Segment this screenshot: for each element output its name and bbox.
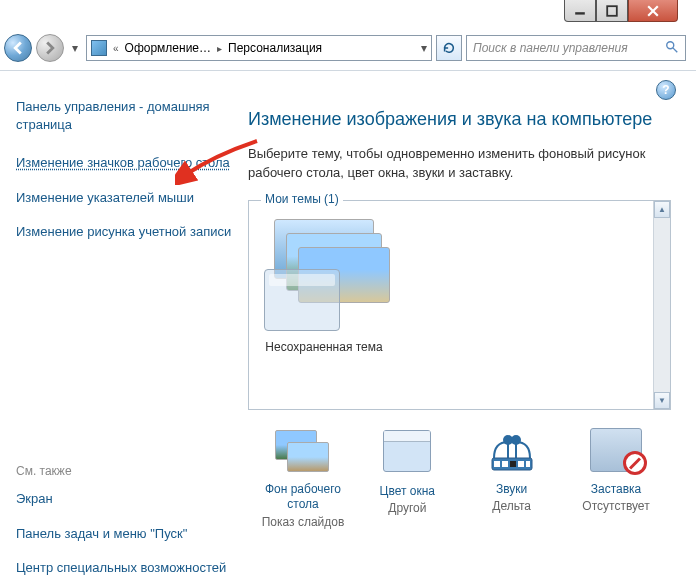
theme-item[interactable]: Несохраненная тема [259, 219, 389, 354]
back-button[interactable] [4, 34, 32, 62]
sidebar-link-mouse-pointers[interactable]: Изменение указателей мыши [16, 189, 232, 207]
scrollbar[interactable]: ▲ ▼ [653, 201, 670, 409]
nav-history-dropdown[interactable]: ▾ [68, 34, 82, 62]
search-placeholder: Поиск в панели управления [473, 41, 628, 55]
breadcrumb[interactable]: Оформление… [125, 41, 211, 55]
theme-name: Несохраненная тема [259, 340, 389, 354]
sidebar-link-accessibility[interactable]: Центр специальных возможностей [16, 559, 232, 577]
my-themes-group: Мои темы (1) Несохраненная тема ▲ ▼ [248, 200, 671, 410]
chevron-right-icon: ▸ [215, 43, 224, 54]
address-dropdown[interactable]: ▾ [421, 41, 427, 55]
option-sounds[interactable]: Звуки Дельта [467, 428, 557, 529]
svg-point-7 [511, 435, 521, 445]
svg-point-4 [667, 41, 674, 48]
themes-legend: Мои темы (1) [261, 192, 343, 206]
sounds-icon [484, 428, 540, 476]
svg-line-5 [673, 47, 677, 51]
sidebar-link-desktop-icons[interactable]: Изменение значков рабочего стола [16, 154, 232, 172]
svg-rect-1 [607, 6, 617, 16]
sidebar-link-display[interactable]: Экран [16, 490, 232, 508]
option-sublabel: Другой [362, 501, 452, 515]
page-title: Изменение изображения и звука на компьют… [248, 108, 671, 131]
page-description: Выберите тему, чтобы одновременно измени… [248, 145, 671, 181]
search-icon [665, 40, 679, 57]
option-window-color[interactable]: Цвет окна Другой [362, 428, 452, 529]
option-label: Заставка [571, 482, 661, 498]
search-input[interactable]: Поиск в панели управления [466, 35, 686, 61]
svg-rect-13 [526, 461, 530, 467]
option-screensaver[interactable]: Заставка Отсутствует [571, 428, 661, 529]
close-button[interactable] [628, 0, 678, 22]
theme-thumbnail [264, 219, 384, 334]
control-panel-home-link[interactable]: Панель управления - домашняя страница [16, 98, 232, 134]
maximize-button[interactable] [596, 0, 628, 22]
sidebar-link-taskbar[interactable]: Панель задач и меню "Пуск" [16, 525, 232, 543]
breadcrumb[interactable]: Персонализация [228, 41, 322, 55]
option-label: Звуки [467, 482, 557, 498]
scroll-up-button[interactable]: ▲ [654, 201, 670, 218]
sidebar-link-account-picture[interactable]: Изменение рисунка учетной записи [16, 223, 232, 241]
option-desktop-background[interactable]: Фон рабочего стола Показ слайдов [258, 428, 348, 529]
chevron-left-icon: « [111, 43, 121, 54]
svg-rect-12 [518, 461, 524, 467]
minimize-button[interactable] [564, 0, 596, 22]
screensaver-icon [588, 428, 644, 476]
address-bar[interactable]: « Оформление… ▸ Персонализация ▾ [86, 35, 432, 61]
option-sublabel: Отсутствует [571, 499, 661, 513]
option-sublabel: Показ слайдов [258, 515, 348, 529]
see-also-label: См. также [16, 464, 232, 478]
svg-rect-10 [502, 461, 508, 467]
window-color-icon [379, 430, 435, 478]
option-sublabel: Дельта [467, 499, 557, 513]
scroll-down-button[interactable]: ▼ [654, 392, 670, 409]
desktop-background-icon [275, 428, 331, 476]
location-icon [91, 40, 107, 56]
svg-rect-11 [510, 461, 516, 467]
svg-rect-9 [494, 461, 500, 467]
option-label: Цвет окна [362, 484, 452, 500]
forward-button[interactable] [36, 34, 64, 62]
option-label: Фон рабочего стола [258, 482, 348, 513]
refresh-button[interactable] [436, 35, 462, 61]
